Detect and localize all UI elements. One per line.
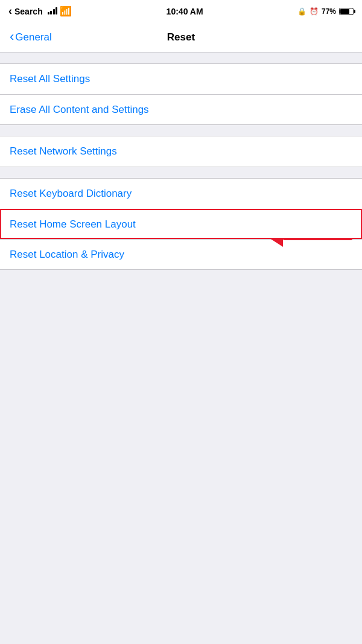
back-label: General xyxy=(15,31,51,43)
nav-bar: ‹ General Reset xyxy=(0,22,362,53)
bottom-area xyxy=(0,270,362,511)
list-section-2: Reset Network Settings xyxy=(0,136,362,167)
back-chevron-icon: ‹ xyxy=(8,5,12,18)
list-item-reset-network[interactable]: Reset Network Settings xyxy=(0,136,362,167)
list-item-erase-all-content[interactable]: Erase All Content and Settings xyxy=(0,94,362,124)
wifi-icon: 📶 xyxy=(60,5,72,17)
status-bar: ‹ Search 📶 10:40 AM 🔒 ⏰ 77% xyxy=(0,0,362,22)
section-gap-3 xyxy=(0,167,362,178)
erase-all-content-label: Erase All Content and Settings xyxy=(10,104,149,116)
battery-icon xyxy=(339,8,354,15)
content: Reset All Settings Erase All Content and… xyxy=(0,53,362,270)
list-section-1: Reset All Settings Erase All Content and… xyxy=(0,63,362,125)
reset-all-settings-label: Reset All Settings xyxy=(10,73,90,85)
signal-bars xyxy=(48,6,58,16)
lock-icon: 🔒 xyxy=(297,7,306,16)
alarm-icon: ⏰ xyxy=(310,7,319,16)
status-right: 🔒 ⏰ 77% xyxy=(297,7,354,16)
battery-fill xyxy=(340,9,349,14)
status-time: 10:40 AM xyxy=(167,7,203,16)
status-back-label: Search xyxy=(14,7,43,16)
reset-location-label: Reset Location & Privacy xyxy=(10,249,124,261)
reset-keyboard-label: Reset Keyboard Dictionary xyxy=(10,188,132,200)
reset-network-label: Reset Network Settings xyxy=(10,145,117,158)
list-item-reset-all-settings[interactable]: Reset All Settings xyxy=(0,64,362,94)
page-title: Reset xyxy=(167,31,195,43)
section-gap-2 xyxy=(0,125,362,136)
section-gap-1 xyxy=(0,53,362,63)
status-left: ‹ Search 📶 xyxy=(8,5,72,18)
back-chevron-icon: ‹ xyxy=(10,30,14,43)
list-item-reset-home-screen[interactable]: Reset Home Screen Layout xyxy=(0,209,362,239)
reset-home-screen-label: Reset Home Screen Layout xyxy=(10,218,136,231)
list-section-3: Reset Keyboard Dictionary Reset Home Scr… xyxy=(0,178,362,270)
list-item-reset-keyboard[interactable]: Reset Keyboard Dictionary xyxy=(0,179,362,209)
back-button[interactable]: ‹ General xyxy=(10,31,52,43)
battery-percent: 77% xyxy=(322,7,336,16)
